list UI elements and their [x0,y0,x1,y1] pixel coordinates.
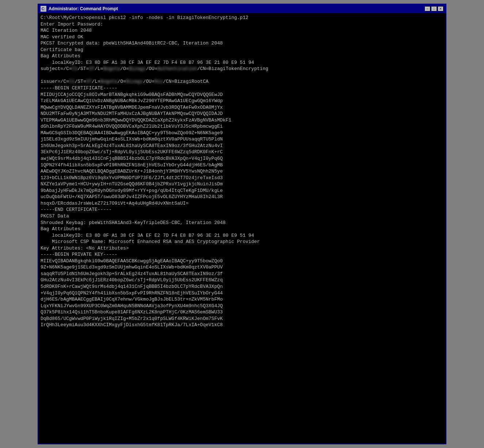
maximize-button[interactable]: □ [431,6,437,11]
minimize-button[interactable]: – [425,6,430,11]
window-title: Administrator: Command Prompt [49,6,118,11]
terminal-output: C:\Root\MyCerts>openssl pkcs12 -info -no… [41,15,443,328]
terminal-body: C:\Root\MyCerts>openssl pkcs12 -info -no… [38,13,446,444]
title-bar-left: C: Administrator: Command Prompt [41,6,118,12]
title-bar: C: Administrator: Command Prompt – □ ✕ [38,4,446,13]
title-bar-buttons: – □ ✕ [425,6,443,11]
close-button[interactable]: ✕ [438,6,443,11]
cmd-window: C: Administrator: Command Prompt – □ ✕ C… [38,4,446,444]
window-icon: C: [41,6,46,12]
